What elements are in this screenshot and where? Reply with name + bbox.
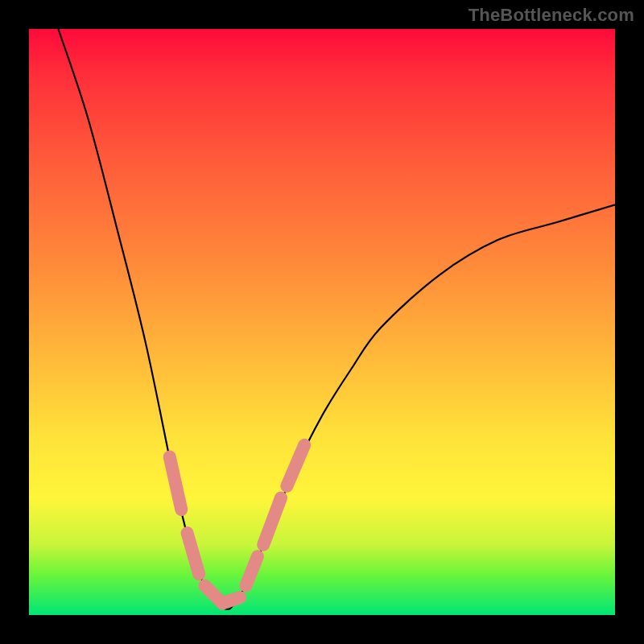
plot-gradient-area (29, 29, 615, 615)
watermark-text: TheBottleneck.com (469, 5, 634, 26)
bottleneck-curve-svg (29, 29, 615, 615)
highlight-bead (263, 497, 281, 544)
bottleneck-curve-path (58, 29, 615, 609)
highlight-beads (170, 445, 304, 604)
chart-frame: TheBottleneck.com (0, 0, 644, 644)
highlight-bead (222, 597, 240, 603)
highlight-bead (170, 456, 182, 510)
highlight-bead (246, 556, 258, 585)
highlight-bead (287, 445, 304, 486)
highlight-bead (188, 533, 200, 574)
